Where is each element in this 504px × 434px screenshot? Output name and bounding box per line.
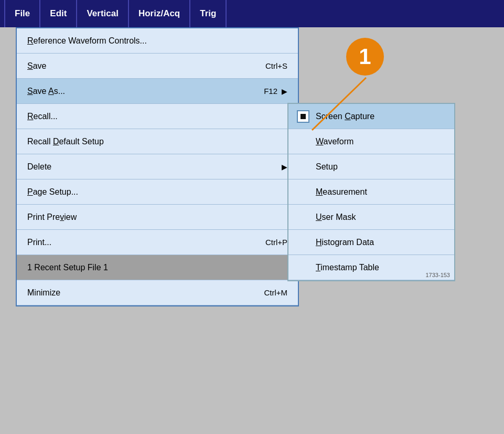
menu-item-recall-default[interactable]: Recall Default Setup <box>17 129 298 154</box>
submenu-item-user-mask[interactable]: User Mask <box>288 205 454 230</box>
menu-file[interactable]: File <box>4 0 40 27</box>
menu-item-save-as[interactable]: Save As... F12 ▶ <box>17 79 298 104</box>
save-as-arrow-icon: ▶ <box>282 87 287 96</box>
submenu-item-screen-capture[interactable]: Screen Capture <box>288 104 454 129</box>
check-square <box>301 114 306 119</box>
save-as-submenu: Screen Capture Waveform Setup Measuremen… <box>287 103 455 281</box>
menu-trig[interactable]: Trig <box>190 0 227 27</box>
submenu-reference-number: 1733-153 <box>426 272 451 278</box>
menu-item-minimize[interactable]: Minimize Ctrl+M <box>17 280 298 305</box>
file-dropdown-menu: Reference Waveform Controls... Save Ctrl… <box>16 27 299 306</box>
menu-item-recent-setup[interactable]: 1 Recent Setup File 1 <box>17 255 298 280</box>
submenu-item-measurement[interactable]: Measurement <box>288 179 454 205</box>
submenu-item-histogram-data[interactable]: Histogram Data <box>288 230 454 255</box>
menu-item-save[interactable]: Save Ctrl+S <box>17 54 298 79</box>
callout-circle: 1 <box>346 38 384 76</box>
menu-vertical[interactable]: Vertical <box>77 0 129 27</box>
menu-item-recall[interactable]: Recall... <box>17 104 298 129</box>
menubar: File Edit Vertical Horiz/Acq Trig <box>0 0 504 27</box>
menu-item-ref-waveform[interactable]: Reference Waveform Controls... <box>17 28 298 54</box>
menu-horizacq[interactable]: Horiz/Acq <box>129 0 190 27</box>
menu-edit[interactable]: Edit <box>40 0 77 27</box>
delete-arrow-icon: ▶ <box>282 163 287 171</box>
menu-item-print[interactable]: Print... Ctrl+P <box>17 230 298 255</box>
check-icon <box>297 110 309 123</box>
submenu-item-waveform[interactable]: Waveform <box>288 129 454 154</box>
menu-item-print-preview[interactable]: Print Preview <box>17 205 298 230</box>
menu-item-page-setup[interactable]: Page Setup... <box>17 179 298 205</box>
submenu-item-setup[interactable]: Setup <box>288 154 454 179</box>
menu-item-delete[interactable]: Delete ▶ <box>17 154 298 179</box>
